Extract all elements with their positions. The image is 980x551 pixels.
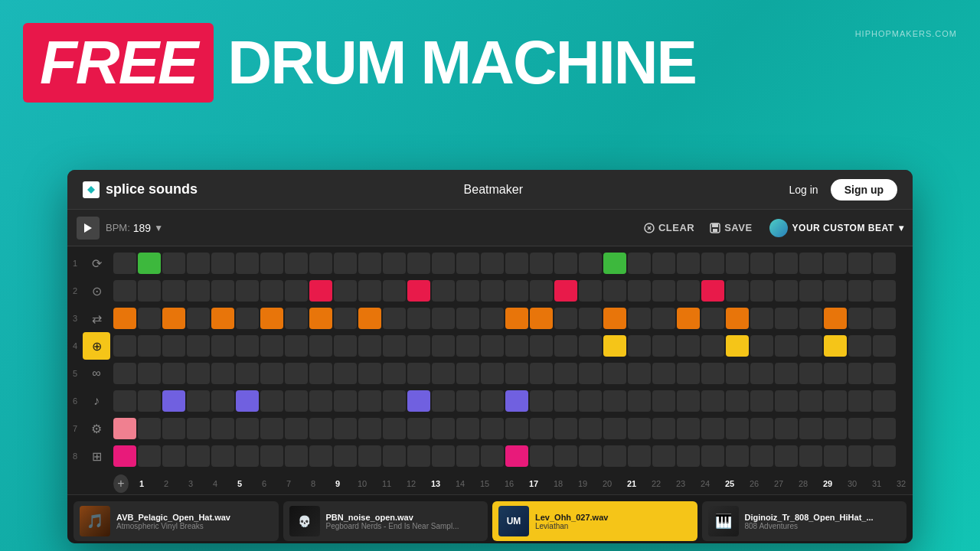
login-button[interactable]: Log in [789,184,818,196]
grid-cell[interactable] [162,335,185,357]
grid-cell[interactable] [652,253,675,274]
grid-cell[interactable] [211,335,234,357]
grid-cell[interactable] [579,253,602,274]
grid-cell[interactable] [554,445,577,467]
grid-cell[interactable] [334,253,357,274]
grid-cell[interactable] [848,335,871,357]
grid-cell[interactable] [701,390,724,412]
grid-cell[interactable] [554,363,577,384]
track-icon-note[interactable]: ♪ [83,387,110,415]
bpm-dropdown[interactable]: ▼ [154,223,163,233]
grid-cell[interactable] [848,390,871,412]
grid-cell[interactable] [677,280,700,302]
sample-item[interactable]: UMLev_Ohh_027.wavLeviathan [492,501,697,541]
grid-cell[interactable] [236,335,259,357]
grid-cell[interactable] [211,445,234,467]
grid-cell[interactable] [848,418,871,439]
grid-cell[interactable] [211,308,234,329]
grid-cell[interactable] [334,308,357,329]
grid-cell[interactable] [236,390,259,412]
grid-cell[interactable] [677,363,700,384]
grid-cell[interactable] [383,253,406,274]
grid-cell[interactable] [260,308,283,329]
grid-cell[interactable] [334,280,357,302]
grid-cell[interactable] [260,390,283,412]
grid-cell[interactable] [432,253,455,274]
grid-cell[interactable] [799,418,822,439]
grid-cell[interactable] [750,335,773,357]
grid-cell[interactable] [799,363,822,384]
grid-cell[interactable] [750,308,773,329]
grid-cell[interactable] [677,335,700,357]
custom-beat-button[interactable]: YOUR CUSTOM BEAT ▾ [769,219,903,237]
grid-cell[interactable] [750,418,773,439]
grid-cell[interactable] [285,280,308,302]
grid-cell[interactable] [848,280,871,302]
grid-cell[interactable] [530,280,553,302]
grid-cell[interactable] [775,363,798,384]
grid-cell[interactable] [383,445,406,467]
grid-cell[interactable] [236,418,259,439]
grid-cell[interactable] [652,418,675,439]
grid-cell[interactable] [530,335,553,357]
grid-cell[interactable] [505,445,528,467]
grid-cell[interactable] [358,445,381,467]
grid-cell[interactable] [456,445,479,467]
grid-cell[interactable] [162,253,185,274]
grid-cell[interactable] [138,390,161,412]
add-track-button[interactable]: + [113,474,129,493]
grid-cell[interactable] [162,445,185,467]
grid-cell[interactable] [873,280,896,302]
grid-cell[interactable] [848,363,871,384]
grid-cell[interactable] [726,418,749,439]
grid-cell[interactable] [309,445,332,467]
grid-cell[interactable] [334,335,357,357]
grid-cell[interactable] [579,335,602,357]
grid-cell[interactable] [309,390,332,412]
grid-cell[interactable] [652,280,675,302]
grid-cell[interactable] [162,363,185,384]
grid-cell[interactable] [211,280,234,302]
grid-cell[interactable] [456,253,479,274]
grid-cell[interactable] [138,280,161,302]
track-icon-infinity[interactable]: ∞ [83,360,110,387]
grid-cell[interactable] [383,280,406,302]
grid-cell[interactable] [407,335,430,357]
grid-cell[interactable] [260,335,283,357]
grid-cell[interactable] [236,253,259,274]
grid-cell[interactable] [824,308,847,329]
grid-cell[interactable] [775,308,798,329]
grid-cell[interactable] [824,390,847,412]
grid-cell[interactable] [383,390,406,412]
grid-cell[interactable] [334,418,357,439]
grid-cell[interactable] [530,253,553,274]
grid-cell[interactable] [285,363,308,384]
grid-cell[interactable] [848,445,871,467]
grid-cell[interactable] [113,418,136,439]
grid-cell[interactable] [603,335,626,357]
grid-cell[interactable] [824,253,847,274]
grid-cell[interactable] [285,308,308,329]
grid-cell[interactable] [579,445,602,467]
grid-cell[interactable] [579,418,602,439]
grid-cell[interactable] [873,335,896,357]
grid-cell[interactable] [799,390,822,412]
sample-item[interactable]: 🎹Diginoiz_Tr_808_Open_HiHat_...808 Adven… [702,501,907,541]
grid-cell[interactable] [358,418,381,439]
grid-cell[interactable] [236,445,259,467]
grid-cell[interactable] [579,390,602,412]
grid-cell[interactable] [260,280,283,302]
grid-cell[interactable] [456,418,479,439]
grid-cell[interactable] [432,390,455,412]
track-icon-arrows[interactable]: ⇄ [83,305,110,332]
grid-cell[interactable] [530,418,553,439]
grid-cell[interactable] [848,308,871,329]
grid-cell[interactable] [603,418,626,439]
grid-cell[interactable] [652,308,675,329]
grid-cell[interactable] [162,280,185,302]
grid-cell[interactable] [775,280,798,302]
grid-cell[interactable] [481,363,504,384]
grid-cell[interactable] [187,253,210,274]
grid-cell[interactable] [187,390,210,412]
grid-cell[interactable] [285,418,308,439]
